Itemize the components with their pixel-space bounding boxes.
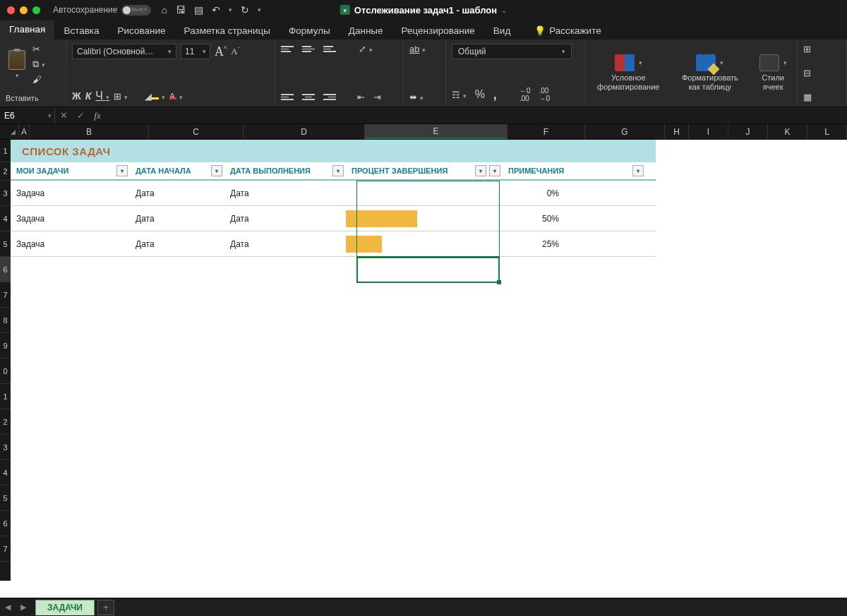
align-bottom-icon[interactable] xyxy=(323,44,336,54)
filter-button[interactable]: ▾ xyxy=(632,165,644,176)
format-as-table-button[interactable]: ▾ Форматировать как таблицу xyxy=(673,53,748,92)
cell-due[interactable]: Дата xyxy=(224,206,346,231)
cell-start[interactable]: Дата xyxy=(130,206,224,231)
conditional-formatting-button[interactable]: ▾ Условное форматирование xyxy=(591,53,666,92)
row-header-5[interactable]: 5 xyxy=(0,231,11,257)
font-color-icon[interactable]: A ▾ xyxy=(169,91,183,102)
sheet-nav-next-icon[interactable]: ▶ xyxy=(16,603,31,612)
cell-pct-bar[interactable] xyxy=(346,181,488,205)
col-header-H[interactable]: H xyxy=(665,124,689,139)
col-header-F[interactable]: F xyxy=(507,124,585,139)
undo-dropdown-icon[interactable]: ▾ xyxy=(229,6,232,13)
sheet-nav-prev-icon[interactable]: ◀ xyxy=(0,603,16,612)
align-right-icon[interactable] xyxy=(323,92,336,102)
row-header-7[interactable]: 7 xyxy=(0,282,11,308)
underline-button[interactable]: Ч ▾ xyxy=(95,90,109,102)
cell-pct-value[interactable]: 25% xyxy=(488,231,566,256)
format-painter-icon[interactable]: 🖌 xyxy=(32,74,45,85)
add-sheet-button[interactable]: + xyxy=(97,600,114,615)
save-icon[interactable]: 🖫 xyxy=(176,4,186,16)
align-middle-icon[interactable] xyxy=(302,44,315,54)
chevron-down-icon[interactable]: ▾ xyxy=(48,112,52,119)
sheet-tab[interactable]: ЗАДАЧИ xyxy=(35,600,95,615)
cell-start[interactable]: Дата xyxy=(130,181,224,205)
autosave-toggle[interactable]: Автосохранение выкл. xyxy=(53,5,151,16)
font-size-select[interactable]: 11▾ xyxy=(181,44,210,59)
col-header-B[interactable]: B xyxy=(30,124,149,139)
align-center-icon[interactable] xyxy=(302,92,315,102)
row-header-16[interactable]: 6 xyxy=(0,511,11,536)
cut-icon[interactable]: ✂ xyxy=(32,44,45,54)
formula-input[interactable] xyxy=(106,109,847,123)
insert-function-icon[interactable]: fx xyxy=(89,110,106,121)
wrap-text-icon[interactable]: ab ▾ xyxy=(409,44,426,54)
comma-format-icon[interactable]: , xyxy=(493,87,497,102)
bold-button[interactable]: Ж xyxy=(72,90,81,102)
col-header-I[interactable]: I xyxy=(689,124,728,139)
tab-home[interactable]: Главная xyxy=(0,20,54,40)
increase-indent-icon[interactable]: ⇥ xyxy=(373,92,381,102)
row-header-11[interactable]: 1 xyxy=(0,384,11,409)
filter-button[interactable]: ▾ xyxy=(211,165,222,176)
cell-due[interactable]: Дата xyxy=(224,181,346,205)
cell-task[interactable]: Задача xyxy=(11,181,130,205)
print-icon[interactable]: ▤ xyxy=(194,4,203,16)
decrease-font-icon[interactable]: Aˇ xyxy=(231,46,239,57)
row-header-2[interactable]: 2 xyxy=(0,162,11,181)
tab-view[interactable]: Вид xyxy=(484,22,519,40)
borders-icon[interactable]: ⊞ ▾ xyxy=(114,91,128,102)
delete-cells-icon[interactable]: ⊟ xyxy=(803,68,811,78)
align-top-icon[interactable] xyxy=(281,44,294,54)
row-header-6[interactable]: 6 xyxy=(0,257,11,282)
cancel-formula-icon[interactable]: ✕ xyxy=(55,110,72,121)
cell-notes[interactable] xyxy=(566,231,646,256)
fill-color-icon[interactable]: ◢ ▾ xyxy=(145,91,165,102)
zoom-window-icon[interactable] xyxy=(32,6,40,14)
name-box[interactable]: E6 ▾ xyxy=(0,109,55,123)
cell-task[interactable]: Задача xyxy=(11,206,130,231)
cell-pct-bar[interactable] xyxy=(346,206,488,231)
row-header-8[interactable]: 8 xyxy=(0,308,11,333)
select-all-corner[interactable]: ◢ xyxy=(0,124,19,139)
row-header-12[interactable]: 2 xyxy=(0,409,11,435)
cell-due[interactable]: Дата xyxy=(224,231,346,256)
col-header-J[interactable]: J xyxy=(728,124,768,139)
format-cells-icon[interactable]: ▦ xyxy=(803,92,812,102)
filter-button[interactable]: ▾ xyxy=(489,165,500,176)
row-header-4[interactable]: 4 xyxy=(0,206,11,231)
row-header-14[interactable]: 4 xyxy=(0,460,11,485)
percent-format-icon[interactable]: % xyxy=(475,88,485,101)
minimize-window-icon[interactable] xyxy=(20,6,28,14)
qat-customize-icon[interactable]: ▾ xyxy=(258,6,261,13)
number-format-select[interactable]: Общий▾ xyxy=(452,44,572,59)
paste-button[interactable]: ▾ xyxy=(6,49,28,80)
undo-icon[interactable]: ↶ xyxy=(212,4,220,16)
col-header-L[interactable]: L xyxy=(807,124,847,139)
orientation-icon[interactable]: ⤢ ▾ xyxy=(359,44,373,54)
row-header-9[interactable]: 9 xyxy=(0,333,11,358)
cell-pct-value[interactable]: 0% xyxy=(488,181,566,205)
row-header-10[interactable]: 0 xyxy=(0,358,11,384)
col-header-D[interactable]: D xyxy=(244,124,365,139)
filter-button[interactable]: ▾ xyxy=(475,165,486,176)
align-left-icon[interactable] xyxy=(281,92,294,102)
row-header-1[interactable]: 1 xyxy=(0,140,11,162)
row-header-3[interactable]: 3 xyxy=(0,181,11,206)
row-header-15[interactable]: 5 xyxy=(0,485,11,511)
enter-formula-icon[interactable]: ✓ xyxy=(72,110,89,121)
cell-notes[interactable] xyxy=(566,181,646,205)
col-header-G[interactable]: G xyxy=(585,124,665,139)
tell-me-search[interactable]: 💡 Расскажите xyxy=(525,22,610,40)
cell-pct-bar[interactable] xyxy=(346,231,488,256)
filter-button[interactable]: ▾ xyxy=(116,165,128,176)
font-name-select[interactable]: Calibri (Основной…▾ xyxy=(72,44,176,59)
insert-cells-icon[interactable]: ⊞ xyxy=(803,44,811,54)
merge-icon[interactable]: ⬌ ▾ xyxy=(409,92,424,102)
tab-insert[interactable]: Вставка xyxy=(54,22,108,40)
increase-decimal-icon[interactable]: ←0.00 xyxy=(519,87,531,102)
filter-button[interactable]: ▾ xyxy=(332,165,344,176)
cell-start[interactable]: Дата xyxy=(130,231,224,256)
row-header-13[interactable]: 3 xyxy=(0,435,11,460)
tab-layout[interactable]: Разметка страницы xyxy=(175,22,280,40)
row-header-17[interactable]: 7 xyxy=(0,536,11,562)
